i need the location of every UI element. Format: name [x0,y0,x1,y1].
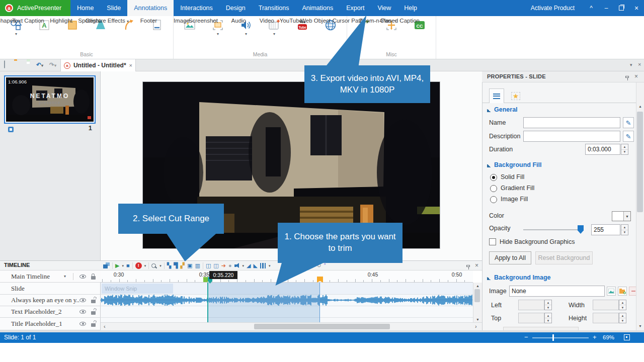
track-row-slide[interactable]: Slide [0,283,101,295]
record-menu-icon[interactable]: ▾ [144,264,146,267]
cursor-effect-icon[interactable]: ➔ [221,263,226,268]
scroll-down-icon[interactable]: ▼ [638,324,642,328]
narration-icon[interactable]: ” [324,263,326,268]
scroll-up-icon[interactable]: ▲ [638,105,642,108]
width-field[interactable] [593,300,619,310]
general-collapse-icon[interactable] [487,109,491,112]
height-stepper[interactable]: ▲▼ [619,313,626,323]
section-general[interactable]: General [494,106,518,113]
reset-background-button[interactable]: Reset Background [535,251,593,264]
range-end-icon[interactable]: ▜ [174,263,178,268]
radio-image-fill[interactable] [490,196,497,203]
track-row-text-placeholder-2[interactable]: Text Placeholder_2 [0,306,101,318]
visibility-eye-icon[interactable] [79,310,86,314]
fade-in-icon[interactable]: ◢ [247,263,251,268]
radio-gradient-fill[interactable] [490,185,497,192]
cut-range-selection[interactable] [208,283,320,322]
radio-solid-fill[interactable] [490,174,497,181]
track-selector-row[interactable]: Main Timeline ▾ [0,270,101,283]
menu-item-interactions[interactable]: Interactions [174,0,219,16]
range-start-icon[interactable]: ▚ [167,263,171,268]
menu-item-transitions[interactable]: Transitions [252,0,296,16]
timeline-vscrollbar[interactable] [473,283,482,322]
width-stepper[interactable]: ▲▼ [619,300,626,310]
record-icon[interactable]: ! [135,262,142,269]
timeline-close-icon[interactable]: × [475,262,478,268]
opacity-field[interactable] [591,224,620,235]
track-row-title-placeholder-1[interactable]: Title Placeholder_1 [0,318,101,330]
zoom-select-icon[interactable] [151,263,156,268]
new-document-icon[interactable] [4,61,5,68]
top-field[interactable] [518,313,544,323]
name-field[interactable] [523,117,620,128]
redo-icon[interactable]: ↷▾ [49,61,56,68]
fit-to-window-icon[interactable] [624,334,630,340]
menu-item-slide[interactable]: Slide [100,0,127,16]
fit-selection-icon[interactable]: ◫ [213,263,218,268]
timeline-scroll-right-icon[interactable]: › [475,323,477,329]
timeline-scroll-down-icon[interactable]: ▼ [476,318,479,321]
apply-to-all-button[interactable]: Apply to All [489,251,531,264]
properties-pin-icon[interactable] [625,74,630,83]
playhead-line[interactable] [207,283,208,322]
activate-product-link[interactable]: Activate Product [522,5,584,12]
crop-selection-icon[interactable]: ▣ [187,263,192,268]
document-tab-close-icon[interactable]: × [129,63,132,68]
slide-thumbnail[interactable]: 1:06.906 NETATMO presence [4,75,96,124]
properties-close-icon[interactable]: × [634,73,638,79]
section-background-image[interactable]: Background Image [494,274,551,281]
timeline-hscrollbar-thumb[interactable] [254,324,390,329]
height-field[interactable] [593,313,619,323]
unlocked-icon[interactable] [91,311,96,315]
document-tab[interactable]: a Untitled - Untitled* × [60,59,136,71]
timeline-vscrollbar-thumb[interactable] [474,289,480,302]
timeline-scroll-up-icon[interactable]: ▲ [476,284,479,288]
ribbon-button-closed-caption[interactable]: CCClosed Caption [406,17,434,33]
zoom-slider-thumb[interactable] [552,334,554,341]
timeline-scroll-left-icon[interactable]: ‹ [104,323,106,329]
visibility-eye-icon[interactable] [79,298,86,302]
equalizer-menu-icon[interactable]: ▾ [269,264,271,267]
tab-slide-properties[interactable] [489,88,504,103]
zoom-slider-track[interactable] [532,337,589,338]
restore-icon[interactable] [614,0,629,16]
left-field[interactable] [518,300,544,310]
track-row-always-keep-an-eye-on-y[interactable]: Always keep an eye on y... [0,295,101,306]
properties-scrollbar-thumb[interactable] [637,112,643,212]
menu-item-design[interactable]: Design [219,0,252,16]
collapse-ribbon-icon[interactable]: ^ [584,0,599,16]
left-stepper[interactable]: ▲▼ [544,300,552,310]
play-menu-icon[interactable]: ▾ [122,264,124,267]
menu-item-view[interactable]: View [371,0,397,16]
image-open-folder-icon[interactable] [618,287,627,296]
window-snip-clip[interactable]: Window Snip [102,284,173,294]
image-field[interactable] [509,286,605,297]
all-visibility-eye-icon[interactable] [79,275,86,279]
restore-original-size-button[interactable]: Restore Original Size [503,327,579,330]
volume-menu-icon[interactable]: ▾ [243,264,245,267]
zoom-menu-icon[interactable]: ▾ [159,264,162,267]
menu-item-animations[interactable]: Animations [295,0,340,16]
play-icon[interactable]: ▶ [115,263,119,268]
app-menu-button[interactable]: a ActivePresenter [0,0,70,16]
menu-item-export[interactable]: Export [340,0,371,16]
hide-background-checkbox[interactable] [489,238,496,245]
zoom-in-icon[interactable]: + [593,333,597,341]
image-picker-icon[interactable] [607,287,616,296]
undo-icon[interactable]: ↶▾ [36,61,43,68]
timeline-selector-chevron-icon[interactable]: ▾ [64,275,66,279]
volume-icon[interactable] [234,262,240,268]
ribbon-button-gesture-effects[interactable]: Gesture Effects ▾ [115,17,143,33]
background-image-collapse-icon[interactable] [487,277,491,280]
blur-effect-icon[interactable]: ● [228,263,232,268]
stop-icon[interactable]: ■ [126,263,130,268]
tabbar-close-icon[interactable]: × [638,62,641,67]
background-fill-collapse-icon[interactable] [487,164,491,167]
description-edit-icon[interactable]: ✎ [623,131,634,142]
menu-item-help[interactable]: Help [397,0,424,16]
name-edit-icon[interactable]: ✎ [623,117,634,128]
close-icon[interactable]: × [629,0,644,16]
slide-pool-icon[interactable] [103,262,110,268]
equalizer-icon[interactable] [260,263,266,268]
ribbon-button-footer[interactable]: Footer [143,17,171,33]
